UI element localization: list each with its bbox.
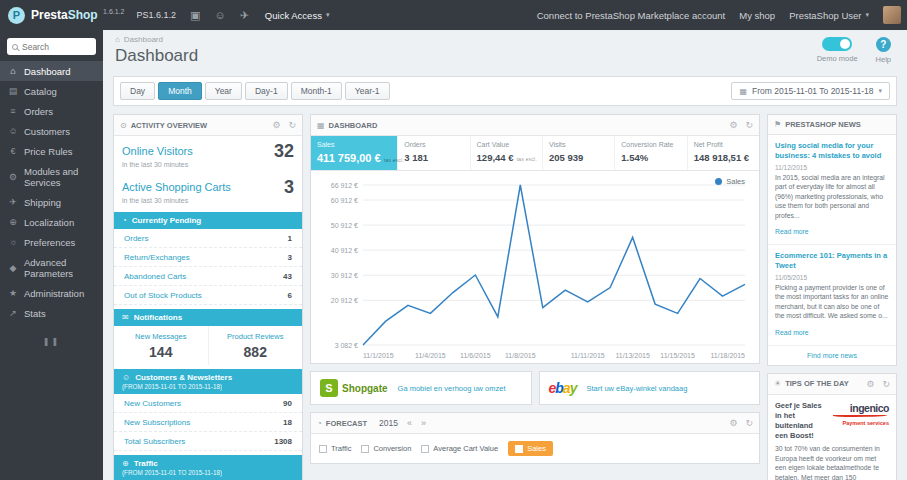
abandoned-carts-row: Abandoned Carts43: [114, 267, 302, 286]
kpi-conversion-rate[interactable]: Conversion Rate 1.54%: [615, 136, 687, 170]
kpi-sales[interactable]: Sales 411 759,00 €tax excl.: [311, 136, 398, 170]
new-messages-link[interactable]: New Messages: [118, 332, 204, 341]
checkbox-icon[interactable]: [319, 445, 327, 453]
svg-text:11/13/2015: 11/13/2015: [615, 352, 650, 359]
refresh-icon[interactable]: ↻: [882, 379, 890, 389]
forecast-legend-conversion[interactable]: Conversion: [361, 444, 411, 453]
sidebar-item-customers[interactable]: ☺Customers: [0, 121, 103, 141]
gear-icon[interactable]: ⚙: [272, 120, 280, 130]
find-more-news-link[interactable]: Find more news: [768, 346, 896, 365]
svg-text:30 912 €: 30 912 €: [331, 272, 358, 279]
abandoned-carts-link[interactable]: Abandoned Carts: [124, 272, 186, 281]
forecast-year[interactable]: 2015: [379, 418, 398, 428]
pending-returns-link[interactable]: Return/Exchanges: [124, 253, 190, 262]
kpi-visits[interactable]: Visits 205 939: [543, 136, 615, 170]
sidebar-item-modules[interactable]: ⚙Modules and Services: [0, 161, 103, 192]
filter-day-1-button[interactable]: Day-1: [245, 82, 288, 100]
tips-of-the-day-panel: ☀ TIPS OF THE DAY ⚙ ↻ ingenico Payment s…: [767, 373, 897, 480]
search-input[interactable]: [22, 42, 91, 52]
gear-icon[interactable]: ⚙: [729, 418, 737, 428]
help-icon[interactable]: ?: [876, 37, 891, 52]
forecast-panel: ◔ FORECAST 2015 « » ⚙ ↻ Traffic Conversi…: [310, 412, 760, 464]
forecast-legend-sales-label: Sales: [527, 444, 546, 453]
forecast-legend-traffic[interactable]: Traffic: [319, 444, 351, 453]
active-carts-row: Active Shopping Carts 3: [114, 172, 302, 196]
filter-day-button[interactable]: Day: [120, 82, 155, 100]
sidebar-item-label: Orders: [24, 106, 53, 117]
news-item-title-link[interactable]: Using social media for your business: 4 …: [775, 141, 889, 161]
filter-year-1-button[interactable]: Year-1: [345, 82, 390, 100]
cart-icon[interactable]: ▣: [190, 9, 200, 22]
checkbox-icon[interactable]: [421, 445, 429, 453]
marketplace-link[interactable]: Connect to PrestaShop Marketplace accoun…: [537, 10, 726, 21]
sidebar-item-shipping[interactable]: ✈Shipping: [0, 192, 103, 212]
new-customers-link[interactable]: New Customers: [124, 399, 181, 408]
sidebar-item-localization[interactable]: ⊕Localization: [0, 212, 103, 232]
sidebar-item-orders[interactable]: ≡Orders: [0, 101, 103, 121]
employee-icon[interactable]: ☺: [214, 9, 225, 21]
filter-year-button[interactable]: Year: [205, 82, 242, 100]
sidebar-menu: ⌂Dashboard ▤Catalog ≡Orders ☺Customers €…: [0, 61, 103, 323]
news-item-title-link[interactable]: Ecommerce 101: Payments in a Tweet: [775, 251, 889, 271]
date-range-picker[interactable]: ▦ From 2015-11-01 To 2015-11-18 ▾: [731, 82, 890, 100]
pending-returns-row: Return/Exchanges3: [114, 248, 302, 267]
svg-text:50 912 €: 50 912 €: [331, 222, 358, 229]
ebay-promo-link[interactable]: Start uw eBay-winkel vandaag: [586, 384, 687, 393]
kpi-cart-value[interactable]: Cart Value 129,44 €tax excl.: [471, 136, 543, 170]
previous-icon[interactable]: «: [407, 418, 412, 428]
out-of-stock-link[interactable]: Out of Stock Products: [124, 291, 202, 300]
plane-icon[interactable]: ✈: [240, 9, 249, 22]
breadcrumb: ⌂ Dashboard: [115, 35, 895, 44]
kpi-orders[interactable]: Orders 3 181: [398, 136, 470, 170]
forecast-legend-sales[interactable]: Sales: [508, 441, 553, 456]
checkbox-icon[interactable]: [361, 445, 369, 453]
sidebar-item-dashboard[interactable]: ⌂Dashboard: [0, 61, 103, 81]
my-shop-link[interactable]: My shop: [739, 10, 775, 21]
total-subscribers-link[interactable]: Total Subscribers: [124, 437, 185, 446]
forecast-legend-conversion-label: Conversion: [373, 444, 411, 453]
new-customers-value: 90: [283, 399, 292, 408]
sidebar-item-label: Localization: [24, 217, 74, 228]
svg-text:11/4/2015: 11/4/2015: [415, 352, 446, 359]
svg-text:20 912 €: 20 912 €: [331, 297, 358, 304]
sidebar-item-administration[interactable]: ★Administration: [0, 283, 103, 303]
sidebar-item-catalog[interactable]: ▤Catalog: [0, 81, 103, 101]
checkbox-icon[interactable]: [515, 445, 523, 453]
gear-icon[interactable]: ⚙: [866, 379, 874, 389]
refresh-icon[interactable]: ↻: [745, 418, 753, 428]
sidebar-search[interactable]: [7, 38, 96, 55]
sidebar-item-preferences[interactable]: ☼Preferences: [0, 232, 103, 252]
next-icon[interactable]: »: [421, 418, 426, 428]
kpi-net-profit[interactable]: Net Profit 148 918,51 €: [688, 136, 759, 170]
activity-panel-header: ⊙ ACTIVITY OVERVIEW ⚙ ↻: [114, 115, 302, 136]
avatar[interactable]: [883, 6, 901, 24]
sidebar-item-price-rules[interactable]: €Price Rules: [0, 141, 103, 161]
filter-month-1-button[interactable]: Month-1: [291, 82, 342, 100]
gear-icon[interactable]: ⚙: [729, 120, 737, 130]
new-subscriptions-link[interactable]: New Subscriptions: [124, 418, 190, 427]
breadcrumb-label: Dashboard: [124, 35, 163, 44]
quick-access-menu[interactable]: Quick Access ▾: [265, 10, 330, 21]
refresh-icon[interactable]: ↻: [288, 120, 296, 130]
filter-month-button[interactable]: Month: [158, 82, 202, 100]
diamond-icon: ◆: [8, 263, 18, 273]
chart-legend[interactable]: Sales: [715, 177, 745, 186]
pending-orders-link[interactable]: Orders: [124, 234, 148, 243]
read-more-link[interactable]: Read more: [775, 228, 809, 235]
refresh-icon[interactable]: ↻: [745, 120, 753, 130]
sidebar-item-stats[interactable]: ↗Stats: [0, 303, 103, 323]
product-reviews-link[interactable]: Product Reviews: [213, 332, 299, 341]
forecast-legend-average-cart-value[interactable]: Average Cart Value: [421, 444, 498, 453]
shopgate-promo-link[interactable]: Ga mobiel en verhoog uw omzet: [398, 384, 506, 393]
star-icon: ★: [8, 288, 18, 298]
center-column: ▦ DASHBOARD ⚙ ↻ Sales 411 759,00 €tax ex…: [310, 114, 760, 464]
read-more-link[interactable]: Read more: [775, 329, 809, 336]
demo-mode-toggle[interactable]: [822, 37, 852, 51]
sidebar-item-advanced-parameters[interactable]: ◆Advanced Parameters: [0, 252, 103, 283]
online-visitors-link[interactable]: Online Visitors: [122, 145, 193, 157]
sidebar-collapse-icon[interactable]: ❚❚: [0, 337, 103, 346]
active-carts-link[interactable]: Active Shopping Carts: [122, 181, 231, 193]
user-menu[interactable]: PrestaShop User ▾: [789, 10, 869, 21]
sidebar-item-label: Dashboard: [24, 66, 70, 77]
shopgate-promo-card: S Shopgate Ga mobiel en verhoog uw omzet: [310, 371, 532, 405]
